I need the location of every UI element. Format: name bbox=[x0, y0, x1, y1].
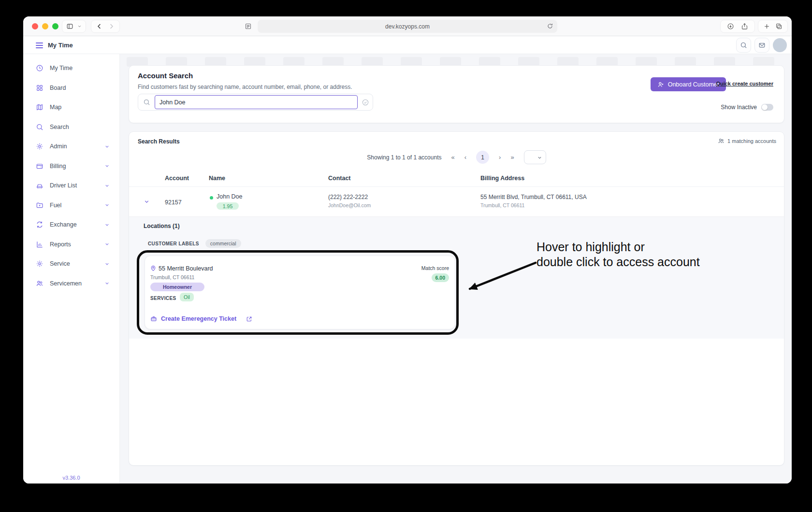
sidebar-item-label: Search bbox=[50, 124, 69, 130]
service-chip: Oil bbox=[180, 293, 194, 301]
external-link-icon[interactable] bbox=[246, 316, 252, 322]
account-search-subtitle: Find customers fast by searching name, a… bbox=[138, 84, 352, 90]
sidebar-item-label: Reports bbox=[50, 241, 71, 248]
sidebar: My TimeBoardMapSearchAdminBillingDriver … bbox=[23, 54, 120, 484]
people-icon bbox=[718, 138, 725, 144]
url-text: dev.kozyops.com bbox=[385, 23, 430, 30]
check-circle-icon bbox=[362, 99, 369, 106]
tabs-icon[interactable] bbox=[775, 23, 783, 30]
header-search-button[interactable] bbox=[736, 38, 751, 53]
active-status-dot bbox=[210, 196, 213, 199]
page-size-select[interactable] bbox=[524, 150, 546, 164]
chevron-down-icon bbox=[104, 183, 110, 188]
chevron-down-icon bbox=[104, 261, 110, 267]
onboard-customer-button[interactable]: Onboard Customer bbox=[651, 77, 726, 91]
sidebar-item-label: Map bbox=[50, 104, 61, 111]
reload-icon[interactable] bbox=[547, 23, 553, 29]
pagination-summary: Showing 1 to 1 of 1 accounts bbox=[367, 154, 441, 161]
sidebar-item-servicemen[interactable]: Servicemen bbox=[23, 274, 119, 294]
location-card[interactable]: 55 Merritt Boulevard Trumbull, CT 06611 … bbox=[145, 256, 455, 329]
sidebar-item-search[interactable]: Search bbox=[23, 117, 119, 137]
last-page-button[interactable]: » bbox=[510, 154, 514, 160]
address-bar[interactable]: dev.kozyops.com bbox=[258, 20, 557, 33]
sidebar-toggle-button[interactable] bbox=[62, 20, 86, 33]
chevron-down-icon bbox=[104, 222, 110, 228]
annotation-text: Hover to highlight or double click to ac… bbox=[536, 240, 700, 270]
main-content: Account Search Find customers fast by se… bbox=[120, 54, 792, 484]
sidebar-item-service[interactable]: Service bbox=[23, 254, 119, 274]
sidebar-item-board[interactable]: Board bbox=[23, 78, 119, 98]
sidebar-item-label: Servicemen bbox=[50, 280, 82, 287]
wallet-icon bbox=[36, 162, 44, 170]
expand-row-icon[interactable] bbox=[144, 199, 150, 205]
page-number[interactable]: 1 bbox=[476, 151, 489, 164]
sidebar-toggle-icon bbox=[66, 23, 73, 30]
prev-page-button[interactable]: ‹ bbox=[464, 154, 466, 160]
column-header-name: Name bbox=[209, 175, 225, 182]
show-inactive-label: Show Inactive bbox=[721, 104, 757, 111]
customer-labels-row: CUSTOMER LABELS commercial bbox=[148, 239, 241, 248]
sidebar-item-my-time[interactable]: My Time bbox=[23, 58, 119, 78]
billing-address-line1: 55 Merritt Blvd, Trumbull, CT 06611, USA bbox=[480, 194, 587, 200]
back-icon[interactable] bbox=[96, 23, 103, 30]
swap-icon bbox=[36, 221, 44, 228]
sidebar-item-label: Fuel bbox=[50, 202, 61, 209]
car-icon bbox=[36, 182, 44, 189]
search-results-title: Search Results bbox=[138, 138, 180, 145]
contact-phone: (222) 222-2222 bbox=[328, 194, 368, 200]
gear-icon bbox=[36, 260, 44, 268]
sidebar-item-billing[interactable]: Billing bbox=[23, 156, 119, 176]
quick-create-customer-link[interactable]: Quick create customer bbox=[716, 81, 773, 86]
account-search-field bbox=[138, 94, 373, 111]
menu-icon[interactable] bbox=[36, 43, 43, 48]
chevron-down-icon bbox=[537, 155, 542, 160]
create-emergency-ticket-link[interactable]: Create Emeregency Ticket bbox=[150, 315, 252, 322]
traffic-lights[interactable] bbox=[32, 23, 58, 29]
clock-icon bbox=[36, 64, 44, 72]
briefcase-icon bbox=[150, 315, 157, 322]
gear-icon bbox=[36, 142, 44, 150]
sidebar-item-label: Board bbox=[50, 85, 66, 91]
sidebar-item-label: My Time bbox=[50, 65, 72, 71]
search-input[interactable] bbox=[155, 95, 358, 109]
chevron-down-icon bbox=[104, 144, 110, 149]
share-icon[interactable] bbox=[741, 23, 748, 30]
column-header-account: Account bbox=[165, 175, 189, 182]
first-page-button[interactable]: « bbox=[451, 154, 454, 160]
sidebar-item-label: Exchange bbox=[50, 221, 77, 228]
sidebar-item-label: Service bbox=[50, 260, 70, 267]
show-inactive-toggle[interactable] bbox=[761, 104, 773, 111]
search-icon bbox=[740, 42, 747, 49]
new-tab-icon[interactable] bbox=[763, 23, 770, 30]
person-plus-icon bbox=[657, 81, 664, 88]
sidebar-item-driver-list[interactable]: Driver List bbox=[23, 176, 119, 196]
account-search-card: Account Search Find customers fast by se… bbox=[129, 65, 784, 123]
sidebar-item-map[interactable]: Map bbox=[23, 98, 119, 117]
map-pin-icon bbox=[150, 265, 157, 271]
sidebar-item-exchange[interactable]: Exchange bbox=[23, 215, 119, 235]
download-share-group bbox=[720, 20, 755, 33]
sidebar-item-fuel[interactable]: Fuel bbox=[23, 196, 119, 215]
download-icon[interactable] bbox=[727, 23, 734, 30]
zoom-window-button[interactable] bbox=[52, 23, 58, 29]
close-window-button[interactable] bbox=[32, 23, 38, 29]
grid-icon bbox=[36, 84, 44, 92]
search-icon bbox=[36, 123, 44, 131]
nav-buttons bbox=[91, 20, 120, 33]
next-page-button[interactable]: › bbox=[499, 154, 501, 160]
map-icon bbox=[36, 103, 44, 111]
location-address: 55 Merritt Boulevard bbox=[159, 265, 213, 272]
sidebar-item-label: Admin bbox=[50, 143, 67, 150]
forward-icon[interactable] bbox=[108, 23, 115, 30]
sidebar-item-reports[interactable]: Reports bbox=[23, 235, 119, 255]
avatar[interactable] bbox=[773, 38, 787, 52]
browser-toolbar: dev.kozyops.com bbox=[23, 16, 792, 36]
sidebar-item-admin[interactable]: Admin bbox=[23, 137, 119, 156]
billing-address-line2: Trumbull, CT 06611 bbox=[480, 202, 524, 208]
reader-icon[interactable] bbox=[245, 23, 252, 30]
header-inbox-button[interactable] bbox=[754, 38, 769, 53]
minimize-window-button[interactable] bbox=[42, 23, 48, 29]
location-city: Trumbull, CT 06611 bbox=[150, 274, 194, 280]
column-header-billing-address: Billing Address bbox=[480, 175, 524, 182]
annotation-arrow bbox=[458, 256, 548, 302]
